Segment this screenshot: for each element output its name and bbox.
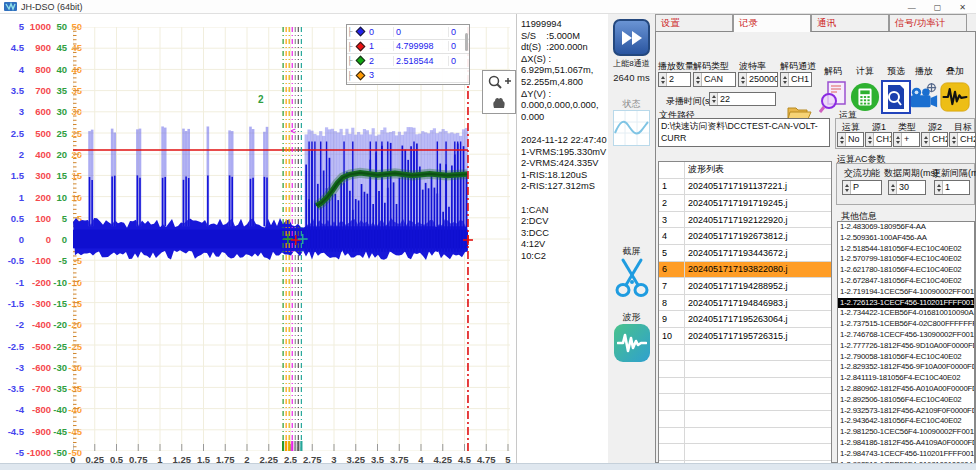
- wave-file-row[interactable]: 102024051717195726315.j: [659, 328, 831, 345]
- spinner-arrows[interactable]: [739, 73, 747, 86]
- op-target-input[interactable]: CH2: [949, 132, 976, 147]
- legend-scrollbar[interactable]: [465, 33, 468, 51]
- overlay-waveform-icon[interactable]: [940, 79, 970, 115]
- spinner-arrows[interactable]: [935, 181, 943, 194]
- tab-comm[interactable]: 通讯: [811, 14, 889, 31]
- tab-settings[interactable]: 设置: [655, 14, 733, 31]
- wave-file-row[interactable]: [659, 428, 831, 445]
- decode-type-input[interactable]: CAN: [693, 72, 736, 87]
- spinner-arrows[interactable]: [838, 133, 846, 146]
- op-type-input[interactable]: +: [893, 132, 920, 147]
- status-waveform-icon[interactable]: [613, 110, 650, 146]
- wave-file-row[interactable]: 12024051717191137221.j: [659, 179, 831, 196]
- spinner-arrows[interactable]: [950, 133, 958, 146]
- decoded-frame-row[interactable]: 1-2.892506-181056F4-EC10C40E02: [838, 395, 974, 406]
- waveform-file-table[interactable]: 波形列表12024051717191137221.j22024051717191…: [658, 161, 832, 470]
- wave-file-row[interactable]: 22024051717191719245.j: [659, 195, 831, 212]
- y-tick-label: 4: [0, 64, 24, 75]
- wave-file-row[interactable]: 42024051717192673812.j: [659, 228, 831, 245]
- wave-file-row[interactable]: [659, 378, 831, 395]
- ac-function-input[interactable]: P: [842, 180, 882, 195]
- decoded-frame-row[interactable]: 1-2.734422-1CEB56F4-016810010090A15A: [838, 308, 974, 319]
- decoded-frame-row[interactable]: 1-2.932573-1812F456-A2109F0F0000FD: [838, 406, 974, 417]
- tab-signal-power[interactable]: 信号/功率计: [889, 14, 967, 31]
- play-count-input[interactable]: 2: [658, 72, 691, 87]
- decoded-frame-row[interactable]: 1-2.777726-1812F456-9D10A00F0000FD: [838, 341, 974, 352]
- wave-file-row[interactable]: [659, 361, 831, 378]
- ac-interval-input[interactable]: 1: [934, 180, 970, 195]
- wave-file-row[interactable]: 92024051717195263064.j: [659, 311, 831, 328]
- spinner-arrows[interactable]: [922, 133, 930, 146]
- decoded-frame-row[interactable]: 1-2.621780-181056F4-EC10C40E02: [838, 265, 974, 276]
- minimize-button[interactable]: —: [908, 3, 916, 12]
- y-tick-label: 3.5: [0, 85, 24, 96]
- app-icon: [4, 1, 17, 12]
- pan-hand-icon[interactable]: [491, 95, 507, 110]
- op-src1-input[interactable]: CH1: [865, 132, 892, 147]
- decoded-frames-list[interactable]: 1-2.483069-180956F4-AA1-2.509361-100AF45…: [837, 221, 975, 470]
- decoded-frame-row[interactable]: 1-2.984743-1CECF456-110201FFFF001100: [838, 449, 974, 460]
- maximize-button[interactable]: ▢: [934, 3, 942, 12]
- spinner-arrows[interactable]: [866, 133, 874, 146]
- y-tick-label: -4.5: [0, 426, 24, 437]
- zoom-in-icon[interactable]: [486, 74, 512, 90]
- decoded-frame-row[interactable]: 1-2.726123-1CECF456-110201FFFF001100: [838, 298, 974, 309]
- spinner-arrows[interactable]: [710, 93, 718, 105]
- decoded-frame-row[interactable]: 1-2.746768-1CECF456-13090002FF001100: [838, 330, 974, 341]
- waveform-button[interactable]: [614, 324, 650, 362]
- decoded-frame-row[interactable]: 1-2.672847-181056F4-EC10C40E02: [838, 276, 974, 287]
- decoded-frame-row[interactable]: 1-2.719194-1CEC56F4-10090002FF001100: [838, 287, 974, 298]
- wave-file-row[interactable]: 52024051717193443672.j: [659, 245, 831, 262]
- decoded-frame-row[interactable]: 1-2.509361-100AF456-AA: [838, 233, 974, 244]
- legend-row[interactable]: ├22.5185440: [347, 54, 469, 69]
- fast-forward-button[interactable]: [613, 19, 650, 56]
- decoded-frame-row[interactable]: 1-2.829352-1812F456-9F10A00F0000FD: [838, 362, 974, 373]
- op-func-input[interactable]: No: [837, 132, 864, 147]
- preview-icon[interactable]: [881, 79, 911, 115]
- decoded-frame-row[interactable]: 1-2.518544-181056F4-EC10C40E02: [838, 244, 974, 255]
- waveform-plot[interactable]: <2: [73, 27, 510, 451]
- close-button[interactable]: ✕: [959, 3, 966, 12]
- op-src2-input[interactable]: CH2: [921, 132, 948, 147]
- preview-action-label: 预选: [887, 66, 905, 76]
- decode-action: 解码: [818, 65, 848, 115]
- decoded-frame-row[interactable]: 1-2.880962-1812F456-A010A00F0000FD: [838, 384, 974, 395]
- legend-row[interactable]: ├14.7999980: [347, 40, 469, 55]
- baud-rate-input[interactable]: 250000: [738, 72, 778, 87]
- decoded-frame-row[interactable]: 1-2.790058-181056F4-EC10C40E02: [838, 352, 974, 363]
- decoded-frame-row[interactable]: 1-2.483069-180956F4-AA: [838, 222, 974, 233]
- channel-value-2: 0: [448, 56, 469, 66]
- legend-row[interactable]: ├3: [347, 69, 469, 84]
- spinner-arrows[interactable]: [894, 133, 902, 146]
- tab-record[interactable]: 记录: [733, 14, 811, 32]
- decoded-frame-row[interactable]: 1-2.737515-1CEB56F4-02C800FFFFFFFFFF: [838, 319, 974, 330]
- file-path-value[interactable]: D:\快速访问资料\DCCTEST-CAN-VOLT-CURR: [658, 118, 830, 147]
- camera-icon[interactable]: [909, 79, 939, 115]
- decoded-frame-row[interactable]: 1-2.981250-1CEC56F4-10090002FF001100: [838, 427, 974, 438]
- legend-row[interactable]: ├000: [347, 25, 469, 40]
- channel-legend[interactable]: ├000├14.7999980├22.5185440├3: [346, 24, 470, 85]
- wave-file-row[interactable]: [659, 444, 831, 461]
- wave-file-row[interactable]: 62024051717193822080.j: [659, 262, 831, 279]
- decoded-frame-row[interactable]: 1-2.984186-1812F456-A4109A0F0000FD: [838, 438, 974, 449]
- y-tick-label: -300: [24, 298, 51, 309]
- decoded-frame-row[interactable]: 1-2.943642-181056F4-EC10C40E02: [838, 416, 974, 427]
- wave-file-row[interactable]: 72024051717194288952.j: [659, 278, 831, 295]
- y-tick-label: 600: [24, 106, 51, 117]
- ac-period-input[interactable]: 30: [888, 180, 926, 195]
- wave-file-row[interactable]: 32024051717192122920.j: [659, 212, 831, 229]
- wave-file-row[interactable]: 82024051717194846983.j: [659, 295, 831, 312]
- decoded-frame-row[interactable]: 1-2.841119-181056F4-EC10C40E02: [838, 373, 974, 384]
- wave-file-row[interactable]: [659, 394, 831, 411]
- spinner-arrows[interactable]: [694, 73, 702, 86]
- decoded-frame-row[interactable]: 1-2.570799-181056F4-EC10C40E02: [838, 254, 974, 265]
- wave-file-row[interactable]: [659, 411, 831, 428]
- spinner-arrows[interactable]: [781, 73, 789, 86]
- wave-file-row[interactable]: [659, 345, 831, 362]
- screenshot-scissors-icon[interactable]: [614, 257, 650, 299]
- spinner-arrows[interactable]: [843, 181, 851, 194]
- spinner-arrows[interactable]: [659, 73, 667, 86]
- spinner-arrows[interactable]: [889, 181, 897, 194]
- record-time-input[interactable]: 22: [709, 92, 776, 106]
- decode-channel-input[interactable]: CH1: [780, 72, 812, 87]
